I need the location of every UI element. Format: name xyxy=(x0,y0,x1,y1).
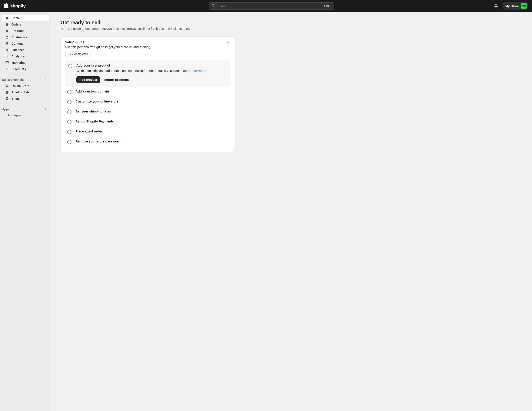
nav-item-label: Finances xyxy=(11,48,24,51)
nav-item-discounts[interactable]: Discounts xyxy=(2,66,49,72)
online-store-icon xyxy=(5,84,9,88)
shop-icon xyxy=(5,97,9,100)
channel-item-online-store[interactable]: Online Store xyxy=(2,83,49,89)
sidebar: HomeOrdersProductsCustomersContentFinanc… xyxy=(0,12,51,411)
page-title: Get ready to sell xyxy=(60,19,523,26)
discounts-icon xyxy=(5,67,9,71)
nav-item-label: Customers xyxy=(11,36,27,39)
nav-item-label: Analytics xyxy=(11,55,25,58)
pos-icon xyxy=(5,90,9,94)
notifications-button[interactable] xyxy=(493,2,499,9)
task-incomplete-icon xyxy=(68,64,73,68)
search-placeholder: Search xyxy=(217,4,322,8)
nav-item-products[interactable]: Products xyxy=(2,28,49,34)
apps-label: Apps xyxy=(2,108,10,111)
chevron-up-icon xyxy=(226,42,230,45)
setup-task-title: Set up Shopify Payments xyxy=(76,119,228,123)
setup-task-title: Add your first product xyxy=(76,64,228,67)
collapse-button[interactable] xyxy=(225,40,230,46)
nav-item-content[interactable]: Content xyxy=(2,40,49,47)
orders-icon xyxy=(5,23,9,26)
setup-guide-title: Setup guide xyxy=(65,40,151,44)
shopify-bag-icon xyxy=(4,3,9,9)
add-product-button[interactable]: Add product xyxy=(76,76,100,83)
setup-task-title: Add a custom domain xyxy=(76,90,228,93)
task-incomplete-icon xyxy=(67,120,72,124)
add-apps-button[interactable]: Add apps xyxy=(2,112,49,118)
task-incomplete-icon xyxy=(67,100,72,104)
channel-item-point-of-sale[interactable]: Point of Sale xyxy=(2,89,49,95)
products-icon xyxy=(5,29,9,33)
main-content: Get ready to sell Here's a guide to get … xyxy=(51,12,532,411)
nav-item-label: Marketing xyxy=(11,61,26,64)
brand-name: shopify xyxy=(10,3,26,9)
store-name: My Store xyxy=(505,4,519,8)
finances-icon xyxy=(5,48,9,52)
setup-task-title: Place a test order xyxy=(76,129,228,133)
setup-guide-subtitle: Use this personalized guide to get your … xyxy=(65,45,151,49)
setup-task-title: Customize your online store xyxy=(76,100,228,103)
search-shortcut: Ctrl K xyxy=(324,4,332,8)
task-incomplete-icon xyxy=(67,130,72,134)
brand-logo[interactable]: shopify xyxy=(4,3,51,9)
chevron-right-icon xyxy=(44,78,47,82)
content-icon xyxy=(5,42,9,46)
setup-progress-pill: 0 / 7 completed xyxy=(65,51,91,57)
analytics-icon xyxy=(5,55,9,58)
bell-icon xyxy=(494,4,498,9)
search-icon xyxy=(211,4,215,8)
setup-task[interactable]: Set up Shopify Payments xyxy=(65,117,230,127)
apps-header[interactable]: Apps xyxy=(0,106,51,112)
nav-item-label: Content xyxy=(11,42,23,45)
nav-item-label: Home xyxy=(11,17,20,19)
channel-item-shop[interactable]: Shop xyxy=(2,95,49,102)
import-products-button[interactable]: Import products xyxy=(104,78,129,82)
setup-task-title: Remove your store password xyxy=(76,139,228,143)
topbar: shopify Search Ctrl K My Store MS xyxy=(0,0,532,12)
setup-task[interactable]: Customize your online store xyxy=(65,97,230,107)
marketing-icon xyxy=(5,61,9,65)
nav-item-analytics[interactable]: Analytics xyxy=(2,53,49,60)
learn-more-link[interactable]: Learn more xyxy=(190,69,206,73)
setup-task[interactable]: Set your shipping rates xyxy=(65,107,230,117)
store-switcher[interactable]: My Store MS xyxy=(503,2,528,10)
sales-channels-header[interactable]: Sales channels xyxy=(0,76,51,83)
home-icon xyxy=(5,16,9,20)
channel-item-label: Point of Sale xyxy=(11,91,29,94)
nav-item-label: Orders xyxy=(11,23,21,26)
svg-point-22 xyxy=(212,4,214,6)
nav-item-label: Discounts xyxy=(11,68,26,71)
store-avatar: MS xyxy=(521,3,527,9)
page-subtitle: Here's a guide to get started. As your b… xyxy=(60,27,523,30)
setup-task[interactable]: Add your first productWrite a descriptio… xyxy=(65,60,230,87)
channel-item-label: Shop xyxy=(11,97,19,100)
nav-item-finances[interactable]: Finances xyxy=(2,47,49,53)
channel-item-label: Online Store xyxy=(11,84,29,87)
add-apps-label: Add apps xyxy=(8,114,21,117)
sales-channels-label: Sales channels xyxy=(2,78,24,82)
nav-item-orders[interactable]: Orders xyxy=(2,21,49,28)
chevron-right-icon xyxy=(44,107,47,111)
setup-task[interactable]: Add a custom domain xyxy=(65,87,230,97)
setup-guide-card: Setup guide Use this personalized guide … xyxy=(60,36,235,152)
nav-item-customers[interactable]: Customers xyxy=(2,34,49,40)
nav-item-home[interactable]: Home xyxy=(2,15,49,21)
search-input[interactable]: Search Ctrl K xyxy=(209,2,334,9)
nav-item-marketing[interactable]: Marketing xyxy=(2,60,49,66)
task-incomplete-icon xyxy=(67,140,72,144)
setup-task[interactable]: Remove your store password xyxy=(65,137,230,147)
setup-task-description: Write a description, add photos, and set… xyxy=(76,68,228,73)
task-incomplete-icon xyxy=(67,110,72,114)
setup-task[interactable]: Place a test order xyxy=(65,127,230,137)
nav-item-label: Products xyxy=(11,29,24,32)
task-incomplete-icon xyxy=(67,90,72,94)
setup-task-title: Set your shipping rates xyxy=(76,110,228,113)
customers-icon xyxy=(5,35,9,39)
